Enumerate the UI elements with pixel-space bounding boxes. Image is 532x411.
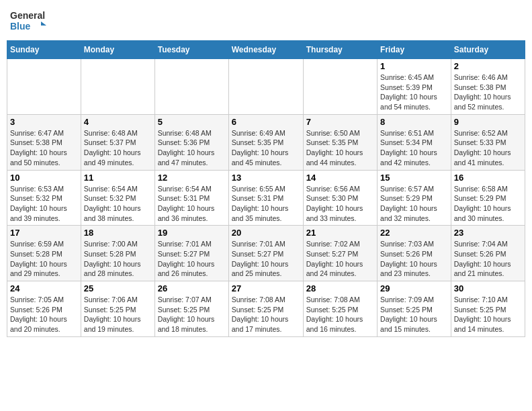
day-info: Sunrise: 6:48 AM Sunset: 5:37 PM Dayligh…	[84, 128, 152, 168]
calendar-cell: 8Sunrise: 6:51 AM Sunset: 5:34 PM Daylig…	[378, 114, 451, 170]
calendar-week-0: 1Sunrise: 6:45 AM Sunset: 5:39 PM Daylig…	[7, 59, 525, 115]
day-info: Sunrise: 7:02 AM Sunset: 5:27 PM Dayligh…	[306, 239, 374, 279]
calendar-cell: 1Sunrise: 6:45 AM Sunset: 5:39 PM Daylig…	[378, 59, 451, 115]
calendar-header-row: SundayMondayTuesdayWednesdayThursdayFrid…	[7, 41, 525, 59]
svg-text:General: General	[10, 10, 45, 21]
day-info: Sunrise: 6:56 AM Sunset: 5:30 PM Dayligh…	[306, 184, 374, 224]
svg-text:Blue: Blue	[10, 21, 31, 32]
day-number: 16	[454, 173, 522, 183]
day-number: 15	[380, 173, 448, 183]
day-info: Sunrise: 7:10 AM Sunset: 5:25 PM Dayligh…	[454, 295, 522, 334]
day-number: 28	[306, 283, 374, 293]
day-info: Sunrise: 6:48 AM Sunset: 5:36 PM Dayligh…	[158, 128, 226, 168]
day-number: 10	[10, 173, 78, 183]
day-info: Sunrise: 7:04 AM Sunset: 5:26 PM Dayligh…	[454, 239, 522, 279]
calendar-week-4: 24Sunrise: 7:05 AM Sunset: 5:26 PM Dayli…	[7, 281, 525, 337]
calendar-cell: 29Sunrise: 7:09 AM Sunset: 5:25 PM Dayli…	[378, 281, 451, 337]
calendar-cell: 16Sunrise: 6:58 AM Sunset: 5:29 PM Dayli…	[451, 170, 525, 226]
day-number: 3	[10, 117, 78, 127]
day-number: 6	[232, 117, 300, 127]
calendar-cell: 14Sunrise: 6:56 AM Sunset: 5:30 PM Dayli…	[303, 170, 377, 226]
day-number: 11	[84, 173, 152, 183]
day-info: Sunrise: 6:49 AM Sunset: 5:35 PM Dayligh…	[232, 128, 300, 168]
calendar-week-2: 10Sunrise: 6:53 AM Sunset: 5:32 PM Dayli…	[7, 170, 525, 226]
day-number: 17	[10, 228, 78, 238]
day-info: Sunrise: 6:45 AM Sunset: 5:39 PM Dayligh…	[380, 73, 448, 112]
calendar-cell: 28Sunrise: 7:08 AM Sunset: 5:25 PM Dayli…	[303, 281, 377, 337]
calendar-cell: 22Sunrise: 7:03 AM Sunset: 5:26 PM Dayli…	[378, 226, 451, 281]
day-info: Sunrise: 6:59 AM Sunset: 5:28 PM Dayligh…	[10, 239, 78, 279]
calendar-cell: 26Sunrise: 7:07 AM Sunset: 5:25 PM Dayli…	[154, 281, 228, 337]
calendar-cell: 19Sunrise: 7:01 AM Sunset: 5:27 PM Dayli…	[154, 226, 228, 281]
day-number: 21	[306, 228, 374, 238]
logo: GeneralBlue	[10, 7, 47, 34]
day-number: 19	[158, 228, 226, 238]
calendar-cell	[303, 59, 377, 115]
day-info: Sunrise: 7:01 AM Sunset: 5:27 PM Dayligh…	[158, 239, 226, 279]
day-info: Sunrise: 6:50 AM Sunset: 5:35 PM Dayligh…	[306, 128, 374, 168]
calendar-cell: 10Sunrise: 6:53 AM Sunset: 5:32 PM Dayli…	[7, 170, 81, 226]
day-number: 9	[454, 117, 522, 127]
svg-marker-2	[41, 21, 46, 26]
day-header-monday: Monday	[81, 41, 154, 59]
day-number: 13	[232, 173, 300, 183]
day-info: Sunrise: 6:57 AM Sunset: 5:29 PM Dayligh…	[380, 184, 448, 224]
day-number: 20	[232, 228, 300, 238]
day-number: 24	[10, 283, 78, 293]
day-info: Sunrise: 6:54 AM Sunset: 5:31 PM Dayligh…	[158, 184, 226, 224]
day-number: 2	[454, 61, 522, 71]
day-header-thursday: Thursday	[303, 41, 377, 59]
day-info: Sunrise: 7:05 AM Sunset: 5:26 PM Dayligh…	[10, 295, 78, 334]
day-number: 14	[306, 173, 374, 183]
day-number: 23	[454, 228, 522, 238]
page-header: GeneralBlue	[7, 7, 525, 34]
day-info: Sunrise: 6:54 AM Sunset: 5:32 PM Dayligh…	[84, 184, 152, 224]
logo-icon: GeneralBlue	[10, 7, 47, 34]
day-number: 30	[454, 283, 522, 293]
day-number: 26	[158, 283, 226, 293]
calendar-cell: 2Sunrise: 6:46 AM Sunset: 5:38 PM Daylig…	[451, 59, 525, 115]
calendar-cell: 25Sunrise: 7:06 AM Sunset: 5:25 PM Dayli…	[81, 281, 154, 337]
day-info: Sunrise: 7:01 AM Sunset: 5:27 PM Dayligh…	[232, 239, 300, 279]
day-info: Sunrise: 7:07 AM Sunset: 5:25 PM Dayligh…	[158, 295, 226, 334]
day-info: Sunrise: 6:51 AM Sunset: 5:34 PM Dayligh…	[380, 128, 448, 168]
calendar-cell: 9Sunrise: 6:52 AM Sunset: 5:33 PM Daylig…	[451, 114, 525, 170]
day-number: 4	[84, 117, 152, 127]
day-number: 27	[232, 283, 300, 293]
day-info: Sunrise: 6:52 AM Sunset: 5:33 PM Dayligh…	[454, 128, 522, 168]
day-info: Sunrise: 6:58 AM Sunset: 5:29 PM Dayligh…	[454, 184, 522, 224]
calendar-cell: 18Sunrise: 7:00 AM Sunset: 5:28 PM Dayli…	[81, 226, 154, 281]
calendar-cell	[81, 59, 154, 115]
day-header-saturday: Saturday	[451, 41, 525, 59]
calendar-table: SundayMondayTuesdayWednesdayThursdayFrid…	[7, 40, 525, 337]
day-number: 22	[380, 228, 448, 238]
day-number: 8	[380, 117, 448, 127]
calendar-cell: 11Sunrise: 6:54 AM Sunset: 5:32 PM Dayli…	[81, 170, 154, 226]
calendar-week-3: 17Sunrise: 6:59 AM Sunset: 5:28 PM Dayli…	[7, 226, 525, 281]
calendar-cell: 12Sunrise: 6:54 AM Sunset: 5:31 PM Dayli…	[154, 170, 228, 226]
day-number: 18	[84, 228, 152, 238]
day-info: Sunrise: 6:55 AM Sunset: 5:31 PM Dayligh…	[232, 184, 300, 224]
day-info: Sunrise: 7:06 AM Sunset: 5:25 PM Dayligh…	[84, 295, 152, 334]
calendar-cell	[7, 59, 81, 115]
calendar-cell: 7Sunrise: 6:50 AM Sunset: 5:35 PM Daylig…	[303, 114, 377, 170]
calendar-cell: 15Sunrise: 6:57 AM Sunset: 5:29 PM Dayli…	[378, 170, 451, 226]
calendar-cell: 20Sunrise: 7:01 AM Sunset: 5:27 PM Dayli…	[228, 226, 303, 281]
day-number: 25	[84, 283, 152, 293]
day-number: 7	[306, 117, 374, 127]
calendar-cell	[228, 59, 303, 115]
calendar-week-1: 3Sunrise: 6:47 AM Sunset: 5:38 PM Daylig…	[7, 114, 525, 170]
day-info: Sunrise: 7:08 AM Sunset: 5:25 PM Dayligh…	[232, 295, 300, 334]
day-header-tuesday: Tuesday	[154, 41, 228, 59]
day-header-sunday: Sunday	[7, 41, 81, 59]
calendar-cell: 13Sunrise: 6:55 AM Sunset: 5:31 PM Dayli…	[228, 170, 303, 226]
day-number: 29	[380, 283, 448, 293]
day-info: Sunrise: 7:09 AM Sunset: 5:25 PM Dayligh…	[380, 295, 448, 334]
day-number: 1	[380, 61, 448, 71]
day-info: Sunrise: 6:46 AM Sunset: 5:38 PM Dayligh…	[454, 73, 522, 112]
day-info: Sunrise: 6:53 AM Sunset: 5:32 PM Dayligh…	[10, 184, 78, 224]
day-number: 12	[158, 173, 226, 183]
calendar-cell: 17Sunrise: 6:59 AM Sunset: 5:28 PM Dayli…	[7, 226, 81, 281]
calendar-cell: 5Sunrise: 6:48 AM Sunset: 5:36 PM Daylig…	[154, 114, 228, 170]
calendar-cell: 6Sunrise: 6:49 AM Sunset: 5:35 PM Daylig…	[228, 114, 303, 170]
